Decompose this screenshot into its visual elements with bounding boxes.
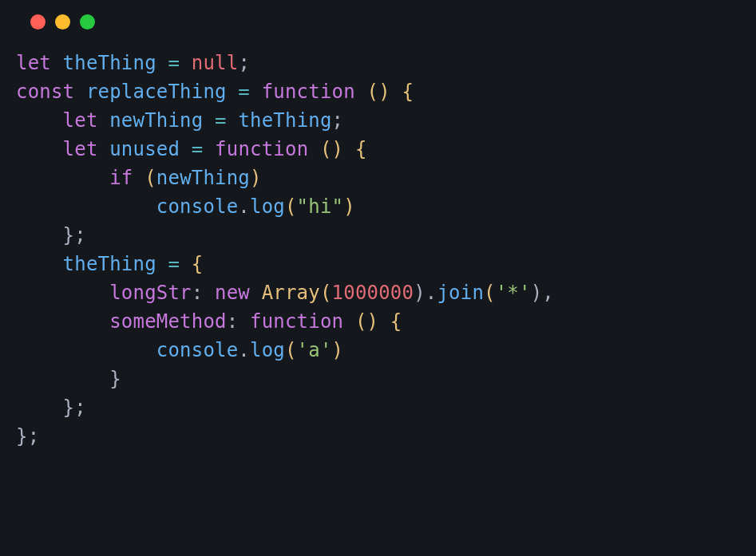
- code-line: let newThing = theThing;: [16, 106, 756, 135]
- token-variable: newThing: [109, 109, 203, 132]
- token-punct: :: [227, 310, 239, 333]
- token-paren: (: [484, 282, 496, 304]
- token-brace: {: [390, 310, 402, 333]
- token-operator: =: [238, 81, 250, 103]
- window-titlebar: [0, 14, 756, 49]
- token-function: log: [250, 339, 285, 361]
- token-operator: =: [168, 253, 180, 275]
- token-paren: ): [250, 167, 262, 189]
- token-object: console: [156, 195, 239, 218]
- code-editor[interactable]: let theThing = null;const replaceThing =…: [0, 49, 756, 451]
- token-keyword: let: [63, 138, 98, 160]
- code-line: theThing = {: [16, 250, 756, 278]
- code-line: if (newThing): [16, 164, 756, 192]
- token-paren: (): [367, 81, 390, 103]
- token-operator: =: [168, 52, 180, 74]
- token-paren: (: [285, 339, 297, 361]
- token-keyword: let: [16, 52, 51, 74]
- token-punct: };: [63, 224, 86, 246]
- token-variable: replaceThing: [86, 81, 227, 103]
- token-punct: :: [192, 282, 204, 304]
- token-paren: ): [332, 339, 344, 361]
- token-string: "hi": [297, 195, 344, 218]
- token-property: longStr: [109, 282, 192, 304]
- code-line: };: [16, 393, 756, 422]
- token-object: console: [156, 339, 239, 361]
- maximize-icon[interactable]: [80, 14, 95, 30]
- token-paren: (: [285, 195, 297, 218]
- token-keyword: const: [16, 81, 74, 103]
- token-brace: {: [402, 81, 414, 103]
- token-keyword: if: [109, 167, 133, 189]
- token-number: 1000000: [332, 282, 414, 304]
- code-line: console.log("hi"): [16, 192, 756, 221]
- token-punct: ;: [332, 109, 344, 132]
- token-keyword: let: [63, 109, 98, 132]
- token-property: someMethod: [109, 310, 227, 333]
- code-line: }: [16, 365, 756, 393]
- token-null: null: [192, 52, 239, 74]
- code-line: };: [16, 422, 756, 451]
- token-keyword: function: [215, 138, 308, 160]
- token-paren: (: [320, 282, 332, 304]
- code-window: let theThing = null;const replaceThing =…: [0, 0, 756, 451]
- token-punct: .: [238, 195, 250, 218]
- token-variable: newThing: [156, 167, 250, 189]
- token-brace: {: [192, 253, 204, 275]
- token-punct: ).: [414, 282, 437, 304]
- token-string: '*': [496, 282, 531, 304]
- token-string: 'a': [297, 339, 332, 361]
- token-operator: =: [192, 138, 204, 160]
- token-paren: ): [343, 195, 355, 218]
- token-paren: (: [144, 167, 156, 189]
- token-variable: theThing: [63, 52, 156, 74]
- code-line: let unused = function () {: [16, 135, 756, 164]
- code-line: };: [16, 221, 756, 250]
- code-line: longStr: new Array(1000000).join('*'),: [16, 278, 756, 307]
- token-paren: (): [320, 138, 343, 160]
- token-keyword: function: [250, 310, 343, 333]
- code-line: console.log('a'): [16, 336, 756, 365]
- token-keyword: new: [215, 282, 250, 304]
- token-variable: theThing: [63, 253, 156, 275]
- token-variable: unused: [109, 138, 180, 160]
- minimize-icon[interactable]: [55, 14, 70, 30]
- token-paren: (): [355, 310, 378, 333]
- token-punct: };: [16, 425, 39, 448]
- token-punct: .: [238, 339, 250, 361]
- token-variable: theThing: [238, 109, 331, 132]
- token-punct: ;: [238, 52, 250, 74]
- token-punct: ),: [531, 282, 554, 304]
- close-icon[interactable]: [30, 14, 46, 30]
- code-line: let theThing = null;: [16, 49, 756, 77]
- token-brace: {: [355, 138, 367, 160]
- code-line: someMethod: function () {: [16, 307, 756, 336]
- token-punct: };: [63, 396, 86, 419]
- token-operator: =: [215, 109, 227, 132]
- token-function: log: [250, 195, 285, 218]
- token-keyword: function: [262, 81, 355, 103]
- token-class: Array: [262, 282, 320, 304]
- code-line: const replaceThing = function () {: [16, 77, 756, 106]
- token-function: join: [437, 282, 484, 304]
- token-brace: }: [109, 368, 121, 390]
